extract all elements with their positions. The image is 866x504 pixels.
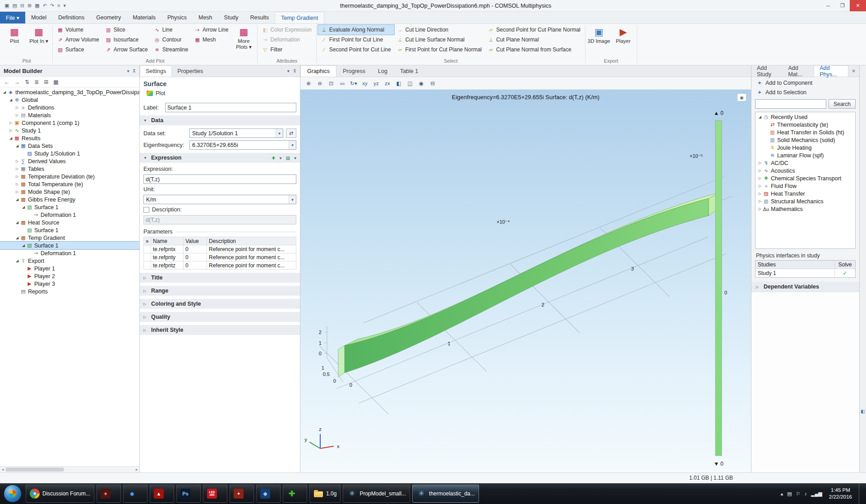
minimize-button[interactable]: ─ bbox=[821, 0, 835, 11]
quick-access-icon[interactable]: ▦ bbox=[35, 3, 39, 9]
section-expression[interactable]: ▼ Expression ✚ ▾ ▨ ▾ bbox=[140, 153, 300, 163]
snapshot-button[interactable]: ◉ bbox=[416, 78, 426, 88]
solve-check-icon[interactable]: ✓ bbox=[834, 269, 855, 277]
tree-item[interactable]: ▶ Player 1 bbox=[0, 265, 139, 272]
physics-tree-item[interactable]: ▷ ≈ Fluid Flow bbox=[755, 182, 855, 190]
tree-expander-icon[interactable]: ▷ bbox=[757, 207, 763, 211]
unit-select[interactable]: K/m ▾ bbox=[143, 195, 296, 204]
collapsed-panel-icon[interactable]: ◧ bbox=[861, 409, 865, 414]
ribbon-button[interactable]: ▦ Volume bbox=[54, 25, 102, 35]
plot-settings-button[interactable]: ◉ bbox=[737, 93, 746, 101]
chevron-down-icon[interactable]: ▾ bbox=[294, 156, 296, 160]
quick-access-icon[interactable]: ↷ bbox=[50, 3, 54, 9]
tree-expander-icon[interactable]: ▷ bbox=[14, 105, 20, 110]
tree-expander-icon[interactable]: ▷ bbox=[757, 184, 763, 188]
tab-add-study[interactable]: Add Study bbox=[751, 65, 783, 77]
back-button[interactable]: ← bbox=[4, 79, 9, 85]
tree-item[interactable]: ◢ ▦ Results bbox=[0, 134, 139, 142]
eigenfrequency-select[interactable]: 6.3270E5+29.655i ▾ bbox=[189, 140, 296, 150]
flag-icon[interactable]: ⚐ bbox=[796, 491, 801, 497]
ribbon-button[interactable]: ▧ Surface bbox=[54, 45, 102, 55]
ribbon-tab[interactable]: Mesh bbox=[193, 12, 218, 23]
dependent-variables-section[interactable]: ▷ Dependent Variables bbox=[751, 282, 859, 292]
physics-tree-item[interactable]: ▷ Δu Mathematics bbox=[755, 205, 855, 213]
tree-expander-icon[interactable]: ▷ bbox=[757, 169, 763, 173]
ribbon-button[interactable]: ⊥ Cut Plane Normal bbox=[485, 35, 584, 45]
tree-item[interactable]: ▧ Surface 1 bbox=[0, 226, 139, 234]
ribbon-tab[interactable]: Temp Gradient bbox=[275, 12, 324, 23]
add-expression-button[interactable]: ✚ bbox=[272, 156, 275, 160]
tree-expander-icon[interactable]: ◢ bbox=[14, 236, 20, 240]
tree-item[interactable]: ▷ ▣ Component 1 (comp 1) bbox=[0, 119, 139, 127]
tree-expander-icon[interactable]: ◢ bbox=[8, 136, 14, 140]
view-yz-button[interactable]: yz bbox=[371, 78, 381, 88]
ribbon-big-button[interactable]: ▶ Player bbox=[611, 25, 636, 45]
scrollbar-thumb[interactable] bbox=[5, 467, 64, 472]
physics-tree-item[interactable]: ▷ ↯ AC/DC bbox=[755, 159, 855, 167]
tree-item[interactable]: ◢ ⇪ Export bbox=[0, 257, 139, 265]
tree-item[interactable]: ◢ ⊕ Global bbox=[0, 96, 139, 104]
ribbon-tab[interactable]: Results bbox=[244, 12, 275, 23]
tree-item[interactable]: ▷ ▩ Temperature Deviation (te) bbox=[0, 173, 139, 180]
ribbon-button[interactable]: ▱ First Point for Cut Plane Normal bbox=[394, 45, 485, 55]
action-center-icon[interactable]: ▤ bbox=[787, 491, 792, 497]
tree-expander-icon[interactable]: ◢ bbox=[14, 220, 20, 225]
tree-expander-icon[interactable]: ◢ bbox=[21, 243, 26, 247]
physics-tree-item[interactable]: ▥ Heat Transfer in Solids (ht) bbox=[755, 128, 855, 136]
graphics-tab[interactable]: Table 1 bbox=[394, 65, 424, 77]
tree-expander-icon[interactable]: ▷ bbox=[14, 159, 20, 163]
tree-expander-icon[interactable]: ◢ bbox=[14, 144, 20, 148]
search-button[interactable]: Search bbox=[829, 99, 856, 109]
collapsed-section[interactable]: ▷ Range bbox=[140, 286, 300, 296]
tab-add-physics[interactable]: Add Phys... bbox=[814, 65, 848, 77]
network-icon[interactable]: ▂▄▆ bbox=[811, 491, 822, 497]
physics-tree-item[interactable]: ◢ ◷ Recently Used bbox=[755, 113, 855, 121]
ribbon-tab[interactable]: Definitions bbox=[52, 12, 90, 23]
maximize-button[interactable]: ❐ bbox=[835, 0, 850, 11]
show-button[interactable]: ▦ bbox=[53, 79, 58, 85]
zoom-in-button[interactable]: ⊕ bbox=[304, 78, 313, 88]
tab-settings[interactable]: Settings bbox=[140, 65, 172, 77]
ribbon-button[interactable]: ◧ Color Expression bbox=[259, 25, 314, 35]
physics-tree-item[interactable]: ▥ Solid Mechanics (solid) bbox=[755, 136, 855, 144]
physics-tree-item[interactable]: ⇄ Thermoelasticity (te) bbox=[755, 121, 855, 128]
default-view-button[interactable]: ↻▾ bbox=[349, 78, 359, 88]
photoshop[interactable]: Ps bbox=[176, 485, 201, 503]
scroll-right-icon[interactable]: ▸ bbox=[134, 467, 139, 472]
add-to-component-button[interactable]: ＋ Add to Component bbox=[751, 77, 859, 87]
ribbon-button[interactable]: ◎ Contour bbox=[151, 35, 191, 45]
pin-icon[interactable]: ⊼ bbox=[133, 69, 136, 73]
section-data[interactable]: ▼ Data bbox=[140, 115, 300, 125]
tree-item[interactable]: ◢ ▩ Temp Gradient bbox=[0, 234, 139, 242]
ribbon-button[interactable]: ▽ Filter bbox=[259, 45, 314, 55]
tree-item[interactable]: ▷ ∿ Study 1 bbox=[0, 127, 139, 134]
physics-tree-item[interactable]: ▷ ▥ Structural Mechanics bbox=[755, 197, 855, 205]
tree-item[interactable]: ◢ ▩ Gibbs Free Energy bbox=[0, 196, 139, 203]
ribbon-button[interactable]: ∿ Line bbox=[151, 25, 191, 35]
plot-3d-view[interactable]: ▲ 0 0 ▼ 0 ×10⁻⁵ ×10⁻⁴ 0 1 2 3 2 1 0 1 0.… bbox=[300, 90, 751, 472]
ribbon-button[interactable]: ⇝ Deformation bbox=[259, 35, 314, 45]
ribbon-tab[interactable]: Model bbox=[25, 12, 52, 23]
tree-item[interactable]: ▨ Study 1/Solution 1 bbox=[0, 150, 139, 157]
close-panel-icon[interactable]: ✕ bbox=[848, 65, 859, 77]
horizontal-scrollbar[interactable]: ◂ ▸ bbox=[0, 466, 139, 472]
ribbon-button[interactable]: ⁄ First Point for Cut Line bbox=[318, 35, 394, 45]
show-desktop-button[interactable] bbox=[859, 483, 863, 504]
tree-item[interactable]: ▤ Reports bbox=[0, 288, 139, 295]
comsol-propmodel[interactable]: ✳ PropModel_small... bbox=[343, 485, 410, 503]
tree-expander-icon[interactable]: ▷ bbox=[14, 167, 20, 171]
tree-expander-icon[interactable]: ▷ bbox=[14, 174, 20, 179]
physics-tree-item[interactable]: ▷ ∿ Acoustics bbox=[755, 167, 855, 174]
tree-item[interactable]: ▷ ▤ Materials bbox=[0, 111, 139, 119]
app-green-plus[interactable]: ✚ bbox=[283, 485, 307, 503]
ribbon-button[interactable]: ▥ Slice bbox=[102, 25, 151, 35]
ribbon-button[interactable]: ▨ Isosurface bbox=[102, 35, 151, 45]
ribbon-button[interactable]: ⇢ Arrow Line bbox=[191, 25, 231, 35]
tree-item[interactable]: ◢ ▧ Surface 1 bbox=[0, 242, 139, 249]
tab-properties[interactable]: Properties bbox=[172, 65, 208, 77]
tree-item[interactable]: ▷ ∑ Derived Values bbox=[0, 157, 139, 165]
ribbon-button[interactable]: ≋ Streamline bbox=[151, 45, 191, 55]
show-hidden-icons[interactable]: ▴ bbox=[781, 491, 783, 497]
collapsed-section[interactable]: ▷ Quality bbox=[140, 312, 300, 322]
tree-item[interactable]: ▷ ▦ Tables bbox=[0, 165, 139, 173]
